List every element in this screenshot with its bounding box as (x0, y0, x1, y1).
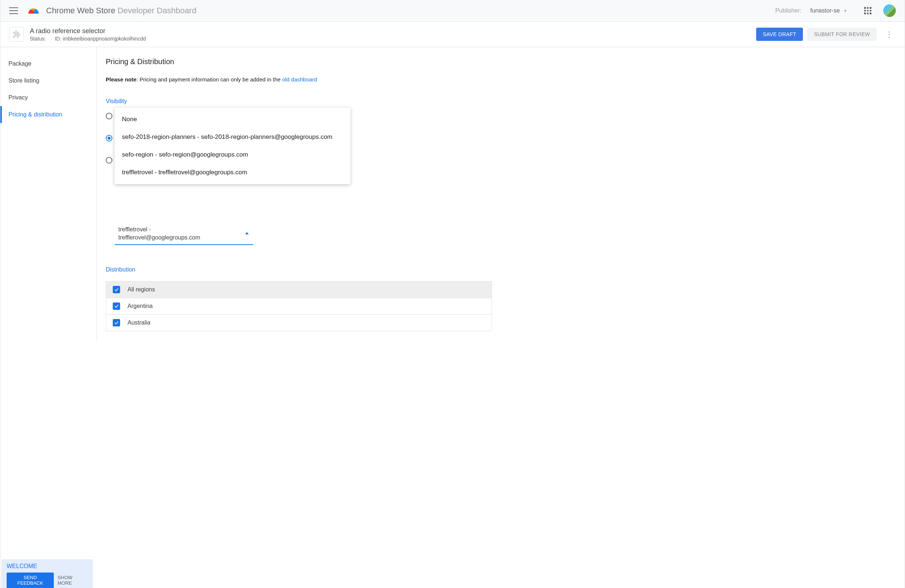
app-title-strong: Chrome Web Store (46, 6, 115, 16)
main-content: Pricing & Distribution Please note: Pric… (97, 47, 905, 342)
page-title: Pricing & Distribution (106, 57, 905, 66)
extension-name: A radio reference selector (30, 27, 756, 35)
hamburger-menu-icon[interactable] (9, 7, 18, 14)
extension-id: imbkeeibioanppnoaomjpkokolhincdd (63, 36, 146, 42)
user-avatar[interactable] (883, 5, 896, 17)
note-emphasis: Please note (106, 76, 137, 82)
note-text: : Pricing and payment information can on… (137, 76, 282, 82)
group-dropdown-menu: None sefo-2018-region-planners - sefo-20… (114, 108, 351, 184)
visibility-radio-group: None sefo-2018-region-planners - sefo-20… (106, 113, 905, 245)
sidebar-item-pricing-distribution[interactable]: Pricing & distribution (0, 106, 97, 123)
item-header-bar: A radio reference selector Status: ID: i… (0, 22, 905, 47)
distribution-table: All regions Argentina Australia (106, 281, 492, 331)
region-label: Argentina (127, 303, 153, 309)
sidebar-item-package[interactable]: Package (0, 55, 97, 72)
save-draft-button[interactable]: SAVE DRAFT (756, 28, 803, 41)
show-more-link[interactable]: SHOW MORE (57, 575, 88, 586)
group-option-sefo-2018[interactable]: sefo-2018-region-planners - sefo-2018-re… (114, 128, 351, 146)
submit-review-button[interactable]: SUBMIT FOR REVIEW (807, 28, 876, 41)
sidebar-item-privacy[interactable]: Privacy (0, 89, 97, 106)
distribution-section-label: Distribution (106, 266, 492, 273)
checkbox-australia[interactable] (113, 319, 120, 326)
welcome-title: WELCOME (6, 563, 88, 570)
visibility-section-label: Visibility (106, 98, 905, 105)
group-select-value-line2: trefflerovel@googlegroups.com (118, 234, 200, 241)
chrome-web-store-logo (29, 6, 39, 16)
welcome-toast: WELCOME SEND FEEDBACK SHOW MORE (2, 559, 93, 588)
distribution-row-argentina: Argentina (106, 298, 492, 315)
app-header: Chrome Web Store Developer Dashboard Pub… (0, 0, 905, 22)
distribution-row-all: All regions (106, 282, 492, 298)
region-label: All regions (127, 286, 155, 293)
caret-down-icon: ▼ (843, 9, 847, 13)
publisher-selector[interactable]: funastor-se ▼ (810, 7, 847, 14)
caret-up-icon (245, 232, 249, 234)
checkbox-all-regions[interactable] (113, 286, 120, 293)
visibility-radio-3[interactable] (106, 157, 113, 163)
group-option-none[interactable]: None (114, 111, 351, 128)
id-label: ID: (54, 36, 61, 42)
pricing-note: Please note: Pricing and payment informa… (106, 76, 905, 82)
group-select-field[interactable]: treffletrovel - trefflerovel@googlegroup… (114, 222, 253, 245)
distribution-row-australia: Australia (106, 315, 492, 331)
visibility-radio-1[interactable] (106, 113, 113, 119)
checkbox-argentina[interactable] (113, 303, 120, 310)
publisher-label: Publisher: (775, 7, 802, 14)
old-dashboard-link[interactable]: old dashboard (282, 76, 317, 82)
sidebar-item-store-listing[interactable]: Store listing (0, 72, 97, 89)
region-label: Australia (127, 319, 150, 326)
group-select-value-line1: treffletrovel - (118, 226, 151, 233)
sidebar-nav: Package Store listing Privacy Pricing & … (0, 47, 97, 342)
send-feedback-button[interactable]: SEND FEEDBACK (6, 572, 54, 588)
more-options-icon[interactable]: ⋮ (883, 29, 896, 40)
visibility-radio-2[interactable] (106, 135, 113, 141)
group-option-treffletrovel[interactable]: treffletrovel - treffletrovel@googlegrou… (114, 163, 351, 181)
extension-puzzle-icon (9, 27, 24, 42)
publisher-value: funastor-se (810, 7, 840, 14)
google-apps-icon[interactable] (864, 7, 872, 14)
app-title-light: Developer Dashboard (117, 6, 197, 16)
group-option-sefo-region[interactable]: sefo-region - sefo-region@googlegroups.c… (114, 146, 351, 163)
status-label: Status: (30, 36, 46, 42)
